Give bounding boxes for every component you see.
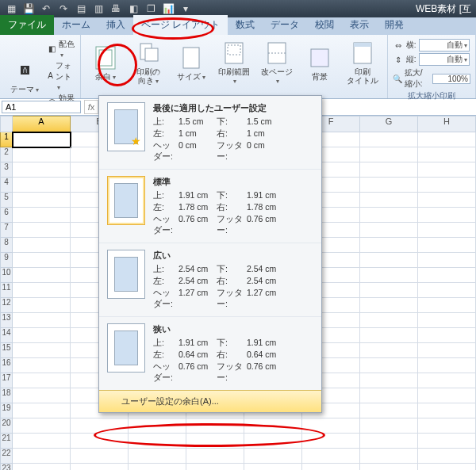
orientation-button[interactable]: 印刷の 向き bbox=[129, 38, 168, 88]
cell[interactable] bbox=[360, 434, 418, 449]
custom-margins-item[interactable]: ユーザー設定の余白(A)... bbox=[99, 390, 321, 412]
print-icon[interactable]: 🖶 bbox=[109, 2, 122, 15]
cell[interactable] bbox=[360, 238, 418, 253]
save-icon[interactable]: 💾 bbox=[22, 2, 35, 15]
cell[interactable] bbox=[186, 418, 244, 434]
cell[interactable] bbox=[129, 434, 186, 449]
margins-button[interactable]: 余白 bbox=[86, 43, 125, 84]
row-header[interactable]: 5 bbox=[0, 193, 13, 208]
cell[interactable] bbox=[244, 464, 302, 470]
breaks-button[interactable]: 改ページ bbox=[257, 38, 297, 88]
scale-height[interactable]: 自動 bbox=[419, 53, 470, 66]
cell[interactable] bbox=[418, 238, 476, 253]
cell[interactable] bbox=[360, 418, 418, 434]
row-header[interactable]: 13 bbox=[0, 313, 13, 328]
cell[interactable] bbox=[418, 178, 476, 193]
cell[interactable] bbox=[13, 313, 71, 328]
row-header[interactable]: 20 bbox=[0, 418, 13, 434]
cell[interactable] bbox=[360, 298, 418, 313]
row-header[interactable]: 11 bbox=[0, 283, 13, 298]
theme-colors[interactable]: ◧配色 bbox=[48, 38, 75, 59]
tab-data[interactable]: データ bbox=[263, 15, 307, 35]
name-box[interactable] bbox=[2, 101, 81, 113]
cell[interactable] bbox=[244, 434, 302, 449]
cell[interactable] bbox=[418, 373, 476, 388]
cell[interactable] bbox=[302, 464, 360, 470]
cell[interactable] bbox=[418, 464, 476, 470]
margins-option-last[interactable]: ★ 最後に適用したユーザー設定 上:1.5 cm下:1.5 cm 左:1 cm右… bbox=[99, 96, 321, 170]
chart-icon[interactable]: 📊 bbox=[162, 2, 175, 15]
tab-formulas[interactable]: 数式 bbox=[228, 15, 263, 35]
tab-developer[interactable]: 開発 bbox=[377, 15, 412, 35]
cell[interactable] bbox=[129, 418, 186, 434]
cell[interactable] bbox=[302, 434, 360, 449]
tab-insert[interactable]: 挿入 bbox=[98, 15, 133, 35]
row-header[interactable]: 18 bbox=[0, 388, 13, 403]
cell[interactable] bbox=[302, 418, 360, 434]
cell[interactable] bbox=[418, 418, 476, 434]
cell[interactable] bbox=[418, 208, 476, 223]
cell[interactable] bbox=[13, 464, 71, 470]
tab-page-layout[interactable]: ページ レイアウト bbox=[133, 15, 228, 35]
background-button[interactable]: 背景 bbox=[300, 43, 340, 83]
cell[interactable] bbox=[418, 132, 476, 147]
cell[interactable] bbox=[360, 162, 418, 178]
cell[interactable] bbox=[360, 283, 418, 298]
cell[interactable] bbox=[360, 328, 418, 343]
cell[interactable] bbox=[360, 358, 418, 373]
cell[interactable] bbox=[418, 223, 476, 238]
cell[interactable] bbox=[186, 464, 244, 470]
cell[interactable] bbox=[360, 343, 418, 358]
cell[interactable] bbox=[71, 418, 129, 434]
cell[interactable] bbox=[186, 449, 244, 464]
cell[interactable] bbox=[13, 343, 71, 358]
cell[interactable] bbox=[13, 283, 71, 298]
cell[interactable] bbox=[418, 283, 476, 298]
tab-review[interactable]: 校閲 bbox=[307, 15, 342, 35]
cell[interactable] bbox=[13, 132, 71, 147]
row-header[interactable]: 9 bbox=[0, 253, 13, 268]
cell[interactable] bbox=[360, 464, 418, 470]
cell[interactable] bbox=[418, 449, 476, 464]
column-header[interactable]: H bbox=[418, 116, 476, 132]
cell[interactable] bbox=[418, 343, 476, 358]
row-header[interactable]: 12 bbox=[0, 298, 13, 313]
qat-icon[interactable]: ❐ bbox=[144, 2, 157, 15]
cell[interactable] bbox=[418, 358, 476, 373]
row-header[interactable]: 10 bbox=[0, 268, 13, 283]
cell[interactable] bbox=[13, 223, 71, 238]
row-header[interactable]: 4 bbox=[0, 178, 13, 193]
cell[interactable] bbox=[13, 147, 71, 162]
cell[interactable] bbox=[360, 178, 418, 193]
redo-icon[interactable]: ↷ bbox=[57, 2, 70, 15]
print-titles-button[interactable]: 印刷 タイトル bbox=[343, 38, 382, 87]
cell[interactable] bbox=[418, 253, 476, 268]
cell[interactable] bbox=[13, 388, 71, 403]
row-header[interactable]: 19 bbox=[0, 403, 13, 418]
cell[interactable] bbox=[71, 464, 129, 470]
row-header[interactable]: 8 bbox=[0, 238, 13, 253]
cell[interactable] bbox=[302, 449, 360, 464]
cell[interactable] bbox=[418, 313, 476, 328]
row-header[interactable]: 1 bbox=[0, 132, 13, 147]
margins-option-narrow[interactable]: 狭い 上:1.91 cm下:1.91 cm 左:0.64 cm右:0.64 cm… bbox=[99, 317, 321, 390]
theme-fonts[interactable]: Aフォント bbox=[48, 59, 75, 92]
row-header[interactable]: 15 bbox=[0, 343, 13, 358]
fx-icon[interactable]: fx bbox=[84, 100, 98, 114]
cell[interactable] bbox=[244, 449, 302, 464]
cell[interactable] bbox=[418, 434, 476, 449]
cell[interactable] bbox=[13, 253, 71, 268]
cell[interactable] bbox=[360, 313, 418, 328]
cell[interactable] bbox=[13, 298, 71, 313]
scale-width[interactable]: 自動 bbox=[419, 39, 470, 52]
cell[interactable] bbox=[13, 328, 71, 343]
tab-home[interactable]: ホーム bbox=[54, 15, 98, 35]
cell[interactable] bbox=[360, 132, 418, 147]
cell[interactable] bbox=[418, 193, 476, 208]
cell[interactable] bbox=[13, 418, 71, 434]
cell[interactable] bbox=[360, 449, 418, 464]
themes-button[interactable]: 🅰 テーマ bbox=[5, 55, 44, 97]
row-header[interactable]: 17 bbox=[0, 373, 13, 388]
cell[interactable] bbox=[360, 373, 418, 388]
margins-option-normal[interactable]: 標準 上:1.91 cm下:1.91 cm 左:1.78 cm右:1.78 cm… bbox=[99, 170, 321, 243]
